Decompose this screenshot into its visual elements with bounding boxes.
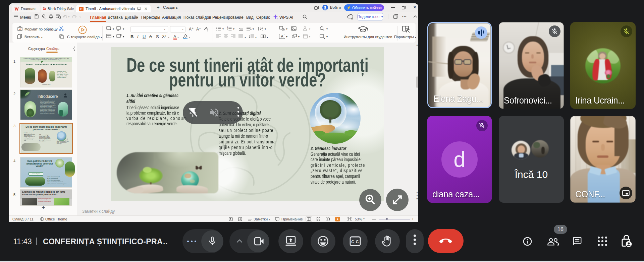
svg-text:SALE: SALE	[43, 8, 46, 9]
svg-text:C: C	[356, 240, 359, 244]
svg-text:C: C	[351, 240, 354, 244]
svg-text:2: 2	[227, 28, 228, 30]
svg-text:P: P	[80, 7, 83, 11]
